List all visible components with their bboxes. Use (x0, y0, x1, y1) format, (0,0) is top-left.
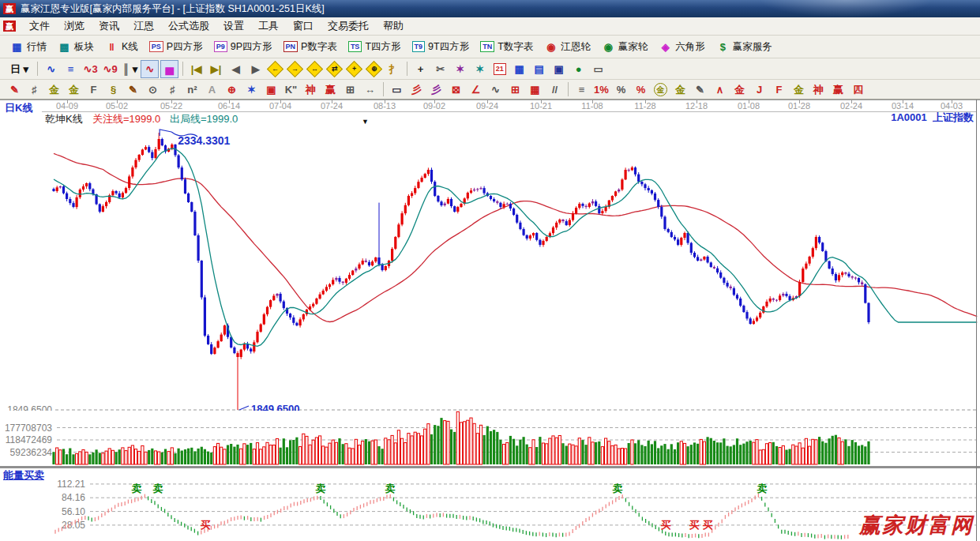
notes-tool-button[interactable]: ▤ (530, 60, 548, 78)
wave-9-button[interactable]: ∿9 (101, 60, 119, 78)
sectors-button[interactable]: ▩板块 (52, 39, 100, 55)
star-web-button[interactable]: ✶ (242, 81, 261, 99)
width-measure-button[interactable]: ↔ (361, 81, 379, 99)
win-grid-button[interactable]: 赢 (321, 81, 340, 99)
menu-item-4[interactable]: 江恩 (126, 17, 161, 35)
nav-next-button[interactable]: ▶ (246, 60, 265, 78)
compress-left-button[interactable]: ← (267, 60, 283, 77)
compass-tool-button[interactable]: ⊕ (223, 81, 241, 99)
price-scale-tool-button[interactable]: ≡ (573, 81, 591, 99)
red-grid-b-button[interactable]: ▦ (526, 81, 544, 99)
pattern-chart-button[interactable]: ∿ (42, 60, 60, 78)
measure-tool-button[interactable]: ✂ (431, 60, 449, 78)
k-quote-button[interactable]: K" (282, 81, 300, 99)
f-square-button[interactable]: F (84, 81, 103, 99)
gold-bars-button[interactable]: 金 (671, 81, 689, 99)
hexagon-button[interactable]: ◈六角形 (653, 39, 711, 55)
info-panel-button[interactable]: ≡ (62, 60, 80, 78)
p-number-table-button[interactable]: PNP数字表 (278, 39, 343, 55)
expand-horizontal-button[interactable]: ↔ (306, 60, 323, 77)
web-box-button[interactable]: ▣ (262, 81, 280, 99)
compress-right-button[interactable]: → (287, 60, 303, 77)
gann-wheel-button[interactable]: ◉江恩轮 (539, 39, 596, 55)
f-angle-button[interactable]: F (770, 81, 788, 99)
ink-pencil-button[interactable]: ✎ (691, 81, 709, 99)
nav-last-button[interactable]: ▶| (207, 60, 225, 78)
fan-box-purple-button[interactable]: 彡 (427, 81, 445, 99)
percent-tool-button[interactable]: % (612, 81, 630, 99)
save-tool-button[interactable]: ▣ (550, 60, 568, 78)
p-square-button[interactable]: PSP四方形 (144, 39, 208, 55)
menu-item-9[interactable]: 交易委托 (321, 17, 376, 35)
winner-wheel-button[interactable]: ◉赢家轮 (596, 39, 654, 55)
menu-item-1[interactable]: 文件 (22, 17, 57, 35)
9p-square-button[interactable]: P99P四方形 (208, 39, 278, 55)
gann-line-grid-button[interactable]: ♯ (25, 81, 43, 99)
gann-clock-button[interactable]: ⊙ (144, 81, 162, 99)
number-grid-button[interactable]: ⊞ (341, 81, 359, 99)
gold-circle-button[interactable]: 金 (651, 81, 670, 99)
wave-count-button[interactable]: ∿ (486, 81, 505, 99)
color-histogram-button[interactable]: ▅ (160, 60, 178, 78)
nav-first-button[interactable]: |◀ (187, 60, 205, 78)
price-hash-button[interactable]: ♯ (163, 81, 182, 99)
fan-box-red-button[interactable]: ⊠ (447, 81, 465, 99)
gann-shape-purple-button[interactable]: ✶ (451, 60, 469, 78)
candle-style-selector-button[interactable]: ║ ▾ (121, 60, 139, 78)
mirror-line-button[interactable]: A (203, 81, 221, 99)
shen-angle-button[interactable]: 神 (809, 81, 828, 99)
gold-grid-b-button[interactable]: 金 (65, 81, 83, 99)
gold-angle-button[interactable]: 金 (790, 81, 808, 99)
percent-line-button[interactable]: % (632, 81, 650, 99)
t-square-label: T四方形 (365, 40, 400, 54)
hand-tool-button[interactable]: 扌 (385, 60, 403, 78)
j-angle-icon: J (757, 85, 762, 95)
spiral-tool-button[interactable]: § (104, 81, 122, 99)
menu-item-6[interactable]: 设置 (216, 17, 251, 35)
export-tool-button[interactable]: ● (569, 60, 588, 78)
fan-lines-red-button[interactable]: 彡 (407, 81, 426, 99)
region-box-button[interactable]: ▭ (388, 81, 406, 99)
gann-shape-teal-button[interactable]: ✶ (471, 60, 489, 78)
n-square-button[interactable]: n² (183, 81, 201, 99)
angle-rays-button[interactable]: ∠ (467, 81, 485, 99)
print-tool-button[interactable]: ▭ (589, 60, 607, 78)
kline-button[interactable]: ‖K线 (100, 39, 144, 55)
9t-square-button[interactable]: T99T四方形 (407, 39, 475, 55)
period-day-selector-button[interactable]: 日 ▾ (6, 60, 33, 78)
gold-channel-button[interactable]: 金 (730, 81, 749, 99)
menu-item-2[interactable]: 浏览 (57, 17, 92, 35)
win-angle-button[interactable]: 赢 (829, 81, 847, 99)
expand-all-button[interactable]: + (346, 60, 362, 77)
gold-grid-a-button[interactable]: 金 (45, 81, 63, 99)
main-candlestick-chart[interactable]: 2334.33011849.65001849.6500 (0, 118, 980, 411)
zigzag-pattern-button[interactable]: ∿ (141, 60, 159, 78)
menu-item-10[interactable]: 帮助 (376, 17, 411, 35)
energy-oscillator-chart[interactable]: 112.2184.1656.1028.05卖卖卖卖卖卖买买买买 (0, 468, 980, 541)
t-number-table-button[interactable]: TNT数字表 (475, 39, 539, 55)
j-angle-button[interactable]: J (750, 81, 768, 99)
draw-pencil-button[interactable]: ✎ (6, 81, 24, 99)
menu-item-3[interactable]: 资讯 (92, 17, 126, 35)
shen-grid-button[interactable]: 神 (302, 81, 320, 99)
menu-item-5[interactable]: 公式选股 (161, 17, 216, 35)
one-percent-line-button[interactable]: 1% (592, 81, 610, 99)
menu-item-7[interactable]: 工具 (251, 17, 286, 35)
a-wave-button[interactable]: ∧ (711, 81, 729, 99)
four-angle-button[interactable]: 四 (849, 81, 867, 99)
wave-3-button[interactable]: ∿3 (81, 60, 100, 78)
volume-chart[interactable]: 17770870311847246959236234 (0, 411, 980, 466)
slash-lines-button[interactable]: // (546, 81, 564, 99)
nav-prev-button[interactable]: ◀ (227, 60, 245, 78)
calendar-tool-button[interactable]: 21 (490, 60, 509, 78)
swap-horizontal-button[interactable]: ⇄ (326, 60, 343, 77)
angle-pencil-button[interactable]: ✎ (124, 81, 142, 99)
quotes-button[interactable]: ▦行情 (5, 39, 52, 55)
red-grid-a-button[interactable]: ⊞ (506, 81, 524, 99)
winner-service-button[interactable]: $赢家服务 (711, 39, 778, 55)
menu-item-8[interactable]: 窗口 (286, 17, 321, 35)
compress-all-button[interactable]: ⊕ (366, 60, 382, 77)
t-square-button[interactable]: TST四方形 (343, 39, 407, 55)
calculator-tool-button[interactable]: ▦ (510, 60, 528, 78)
crosshair-tool-button[interactable]: + (411, 60, 430, 78)
